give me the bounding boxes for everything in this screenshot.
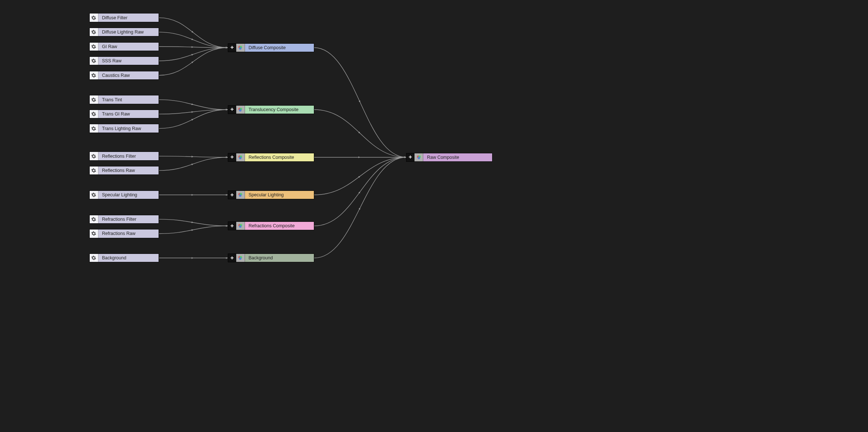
add-input-icon[interactable]: ✚ (228, 153, 236, 161)
gear-icon (91, 168, 96, 173)
node-refl_comp[interactable]: ✚ Reflections Composite (228, 153, 314, 162)
node-type-icon (90, 124, 98, 132)
svg-marker-4 (191, 46, 193, 48)
node-label: Diffuse Filter (98, 13, 159, 21)
svg-point-42 (239, 47, 242, 50)
edge-refr_comp-to-raw_comp (314, 157, 406, 226)
gear-icon (91, 154, 96, 159)
svg-point-48 (239, 157, 242, 159)
svg-point-51 (239, 194, 242, 197)
edge-sss_raw-to-diffuse_comp (159, 48, 227, 61)
node-background_in[interactable]: Background (89, 254, 159, 262)
add-input-icon[interactable]: ✚ (228, 191, 236, 199)
node-graph-canvas[interactable]: Diffuse Filter Diffuse Lighting Raw GI R… (0, 0, 569, 283)
node-refr_filter[interactable]: Refractions Filter (89, 215, 159, 224)
svg-marker-14 (191, 119, 193, 121)
node-refl_raw[interactable]: Reflections Raw (89, 166, 159, 175)
add-input-icon[interactable]: ✚ (228, 106, 236, 114)
svg-marker-10 (191, 103, 193, 105)
node-label: Specular Lighting (98, 191, 159, 199)
node-label: Diffuse Composite (245, 44, 314, 52)
node-label: Reflections Raw (98, 166, 159, 174)
node-type-icon (414, 153, 423, 161)
node-label: Background (98, 254, 159, 262)
node-spec_lighting[interactable]: Specular Lighting (89, 191, 159, 199)
gear-icon (91, 111, 96, 117)
node-type-icon (90, 152, 98, 160)
svg-point-45 (239, 109, 242, 111)
svg-marker-16 (191, 156, 193, 158)
node-type-icon (236, 191, 245, 199)
node-refr_comp[interactable]: ✚ Refractions Composite (228, 221, 314, 230)
edge-trans_lighting-to-trans_comp (159, 110, 227, 129)
svg-marker-34 (358, 176, 360, 178)
svg-point-57 (239, 258, 242, 260)
gear-icon (91, 15, 96, 20)
rgb-icon (416, 155, 421, 160)
edge-caustics_raw-to-diffuse_comp (159, 48, 227, 75)
rgb-icon (238, 192, 243, 197)
edge-diffuse_comp-to-raw_comp (314, 48, 406, 157)
node-gi_raw[interactable]: GI Raw (89, 42, 159, 51)
gear-icon (91, 192, 96, 197)
rgb-icon (238, 107, 243, 112)
node-label: Trans Lighting Raw (98, 124, 159, 132)
svg-marker-22 (191, 221, 193, 223)
edge-diffuse_lighting-to-diffuse_comp (159, 32, 227, 48)
node-spec_comp[interactable]: ✚ Specular Lighting (228, 191, 314, 199)
node-type-icon (90, 95, 98, 103)
node-diffuse_lighting[interactable]: Diffuse Lighting Raw (89, 28, 159, 36)
node-trans_comp[interactable]: ✚ Translucency Composite (228, 105, 314, 114)
svg-marker-24 (191, 229, 193, 231)
node-label: Translucency Composite (245, 106, 314, 114)
node-trans_gi_raw[interactable]: Trans GI Raw (89, 110, 159, 118)
svg-marker-36 (358, 192, 360, 193)
svg-marker-12 (191, 111, 193, 113)
edge-diffuse_filter-to-diffuse_comp (159, 18, 227, 48)
node-diffuse_comp[interactable]: ✚ Diffuse Composite (228, 43, 314, 52)
node-type-icon (236, 222, 245, 230)
svg-marker-32 (358, 156, 360, 158)
node-caustics_raw[interactable]: Caustics Raw (89, 71, 159, 80)
node-type-icon (90, 215, 98, 223)
node-sss_raw[interactable]: SSS Raw (89, 56, 159, 65)
node-type-icon (90, 13, 98, 21)
node-diffuse_filter[interactable]: Diffuse Filter (89, 13, 159, 22)
add-input-icon[interactable]: ✚ (406, 153, 414, 161)
rgb-icon (238, 223, 243, 228)
node-type-icon (90, 43, 98, 51)
node-type-icon (90, 229, 98, 237)
add-input-icon[interactable]: ✚ (228, 44, 236, 52)
node-type-icon (90, 166, 98, 174)
node-label: Diffuse Lighting Raw (98, 28, 159, 36)
edge-trans_tint-to-trans_comp (159, 100, 227, 110)
node-trans_lighting[interactable]: Trans Lighting Raw (89, 124, 159, 133)
node-trans_tint[interactable]: Trans Tint (89, 95, 159, 104)
node-type-icon (90, 71, 98, 79)
node-label: GI Raw (98, 43, 159, 51)
node-raw_comp[interactable]: ✚ Raw Composite (406, 153, 493, 162)
node-background_comp[interactable]: ✚ Background (228, 254, 314, 262)
edge-refr_raw-to-refr_comp (159, 226, 227, 233)
edge-trans_gi_raw-to-trans_comp (159, 110, 227, 114)
add-input-icon[interactable]: ✚ (228, 222, 236, 230)
node-label: Specular Lighting (245, 191, 314, 199)
node-label: Caustics Raw (98, 71, 159, 79)
gear-icon (91, 217, 96, 222)
node-type-icon (236, 106, 245, 114)
add-input-icon[interactable]: ✚ (228, 254, 236, 262)
svg-marker-38 (359, 208, 360, 209)
node-label: Raw Composite (423, 153, 492, 161)
svg-marker-0 (191, 31, 193, 33)
node-label: Refractions Raw (98, 229, 159, 237)
edge-refl_raw-to-refl_comp (159, 157, 227, 170)
edge-spec_comp-to-raw_comp (314, 157, 406, 195)
node-label: Refractions Composite (245, 222, 314, 230)
node-refl_filter[interactable]: Reflections Filter (89, 152, 159, 160)
node-type-icon (236, 153, 245, 161)
svg-marker-26 (192, 257, 194, 259)
svg-point-54 (239, 225, 242, 228)
node-label: Trans GI Raw (98, 110, 159, 118)
svg-marker-28 (359, 101, 360, 102)
node-refr_raw[interactable]: Refractions Raw (89, 229, 159, 238)
